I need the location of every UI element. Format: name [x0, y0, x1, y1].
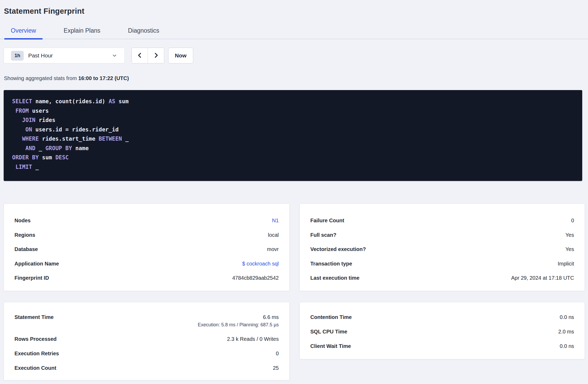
tab-overview-label: Overview — [11, 27, 36, 34]
stat-label: Database — [14, 245, 38, 253]
stat-row: Application Name$ cockroach sql — [14, 257, 279, 271]
stat-label: Last execution time — [310, 274, 360, 282]
stat-row: Fingerprint ID4784cb829aab2542 — [14, 271, 279, 285]
stat-row: Execution Count25 — [14, 364, 279, 372]
stat-row: Regionslocal — [14, 228, 279, 242]
execution-attributes-list: Failure Count0Full scan?YesVectorized ex… — [310, 213, 574, 285]
stat-row: Contention Time0.0 ns — [310, 313, 574, 321]
now-button[interactable]: Now — [168, 48, 193, 63]
stat-value: 0.0 ns — [560, 343, 574, 349]
stat-row: Rows Processed2.3 k Reads / 0 Writes — [14, 335, 279, 343]
time-controls: 1h Past Hour Now — [4, 48, 588, 63]
stat-value: 4784cb829aab2542 — [232, 275, 279, 281]
stat-label: Failure Count — [310, 217, 344, 224]
stat-value: 2.0 ms — [558, 329, 574, 334]
stat-value: 2.3 k Reads / 0 Writes — [227, 336, 279, 342]
stat-row: Failure Count0 — [310, 213, 574, 228]
stat-row: Transaction typeImplicit — [310, 257, 574, 271]
tab-explain-plans[interactable]: Explain Plans — [57, 25, 107, 39]
tab-overview[interactable]: Overview — [4, 25, 43, 39]
sql-code-line: SELECT name, count(rides.id) AS sum — [12, 97, 574, 106]
sql-code-line: FROM users — [12, 106, 574, 116]
sql-code-line: LIMIT _ — [12, 163, 574, 172]
execution-attributes-card: Failure Count0Full scan?YesVectorized ex… — [300, 204, 585, 291]
stat-row: NodesN1 — [14, 213, 279, 228]
stat-label: Vectorized execution? — [310, 245, 366, 253]
sql-code-line: JOIN rides — [12, 116, 574, 125]
stat-value: 0.0 ns — [560, 314, 574, 320]
time-range-label: Past Hour — [28, 52, 53, 59]
statement-details-card: NodesN1RegionslocalDatabasemovrApplicati… — [4, 204, 290, 291]
stat-subvalue: Execution: 5.8 ms / Planning: 687.5 µs — [198, 321, 279, 328]
statement-fingerprint-page: Statement Fingerprint Overview Explain P… — [0, 7, 588, 384]
tab-explain-plans-label: Explain Plans — [64, 27, 100, 34]
stat-value-link[interactable]: $ cockroach sql — [242, 261, 279, 267]
stat-label: Statement Time — [14, 313, 54, 321]
stat-label: Execution Retries — [14, 350, 59, 357]
stat-value: movr — [267, 246, 279, 252]
stat-row: Full scan?Yes — [310, 228, 574, 242]
stat-label: Application Name — [14, 260, 59, 267]
stat-row: Client Wait Time0.0 ns — [310, 342, 574, 350]
sql-code: SELECT name, count(rides.id) AS sum FROM… — [4, 90, 582, 172]
time-range-dropdown[interactable]: 1h Past Hour — [4, 48, 125, 63]
stat-row: Vectorized execution?Yes — [310, 242, 574, 257]
chevron-right-icon — [153, 52, 159, 59]
stat-value: 25 — [273, 365, 279, 371]
stat-value: 0 — [571, 218, 574, 223]
sql-code-line: AND _ GROUP BY name — [12, 144, 574, 153]
stat-label: Nodes — [14, 217, 31, 224]
stat-value-link[interactable]: N1 — [272, 218, 279, 223]
stat-label: Regions — [14, 231, 35, 239]
wait-times-card: Contention Time0.0 nsSQL CPU Time2.0 msC… — [300, 302, 585, 359]
sql-statement-box: SELECT name, count(rides.id) AS sum FROM… — [4, 90, 582, 181]
stat-label: Execution Count — [14, 364, 56, 372]
stat-label: Fingerprint ID — [14, 274, 49, 282]
wait-times-list: Contention Time0.0 nsSQL CPU Time2.0 msC… — [310, 313, 574, 350]
statement-times-list: Statement Time6.6 msExecution: 5.8 ms / … — [14, 313, 279, 372]
aggregated-stats-caption: Showing aggregated stats from 16:00 to 1… — [4, 75, 588, 81]
stat-label: Contention Time — [310, 313, 352, 321]
page-title: Statement Fingerprint — [4, 7, 588, 16]
chevron-left-icon — [137, 52, 143, 59]
stat-value: Implicit — [558, 261, 574, 267]
previous-time-range-button[interactable] — [132, 48, 148, 63]
stat-row: Last execution timeApr 29, 2024 at 17:18… — [310, 271, 574, 285]
stat-label: Full scan? — [310, 231, 336, 239]
stat-label: Rows Processed — [14, 335, 57, 343]
tab-diagnostics[interactable]: Diagnostics — [121, 25, 166, 39]
time-range-arrows — [132, 48, 164, 63]
stat-value: Apr 29, 2024 at 17:18 UTC — [511, 275, 574, 281]
statement-details-list: NodesN1RegionslocalDatabasemovrApplicati… — [14, 213, 279, 285]
stat-value: 0 — [276, 351, 279, 356]
sql-code-line: WHERE rides.start_time BETWEEN _ — [12, 134, 574, 144]
details-cards-row: NodesN1RegionslocalDatabasemovrApplicati… — [4, 204, 588, 291]
stat-label: Transaction type — [310, 260, 352, 267]
time-range-badge: 1h — [11, 51, 24, 61]
stat-row: Databasemovr — [14, 242, 279, 257]
stat-value: local — [268, 232, 279, 238]
chevron-down-icon — [112, 53, 117, 58]
next-time-range-button[interactable] — [148, 48, 164, 63]
stat-row: Statement Time6.6 msExecution: 5.8 ms / … — [14, 313, 279, 328]
sql-code-line: ORDER BY sum DESC — [12, 153, 574, 163]
stat-row: Execution Retries0 — [14, 350, 279, 357]
timing-cards-row: Statement Time6.6 msExecution: 5.8 ms / … — [4, 302, 588, 380]
stat-row: SQL CPU Time2.0 ms — [310, 328, 574, 335]
tab-diagnostics-label: Diagnostics — [128, 27, 159, 34]
aggregated-stats-prefix: Showing aggregated stats from — [4, 75, 78, 81]
stat-label: SQL CPU Time — [310, 328, 347, 335]
sql-code-line: ON users.id = rides.rider_id — [12, 125, 574, 135]
statement-times-card: Statement Time6.6 msExecution: 5.8 ms / … — [4, 302, 290, 380]
tab-bar: Overview Explain Plans Diagnostics — [0, 25, 588, 39]
aggregated-stats-range: 16:00 to 17:22 (UTC) — [78, 75, 129, 81]
stat-value: Yes — [565, 232, 574, 238]
stat-label: Client Wait Time — [310, 342, 351, 350]
stat-value: Yes — [565, 246, 574, 252]
stat-value: 6.6 ms — [263, 314, 279, 320]
